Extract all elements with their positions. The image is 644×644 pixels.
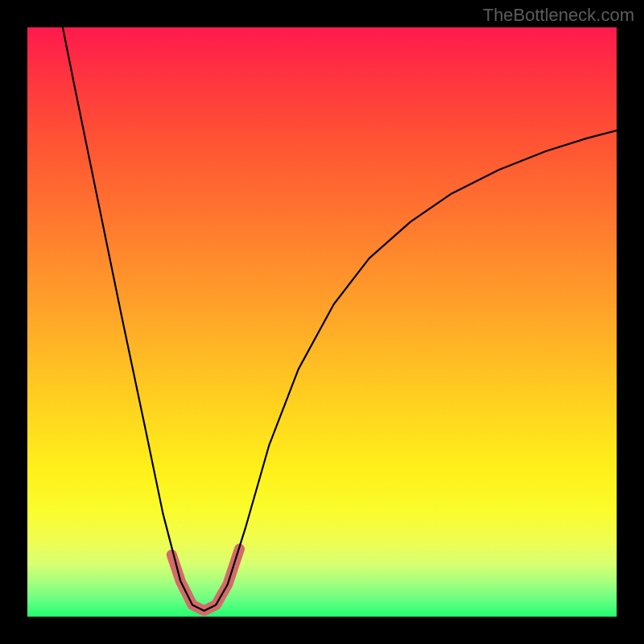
watermark-text: TheBottleneck.com (483, 5, 634, 26)
chart-plot-area (27, 27, 617, 617)
chart-svg (27, 27, 617, 617)
bottleneck-curve-line (63, 27, 617, 611)
